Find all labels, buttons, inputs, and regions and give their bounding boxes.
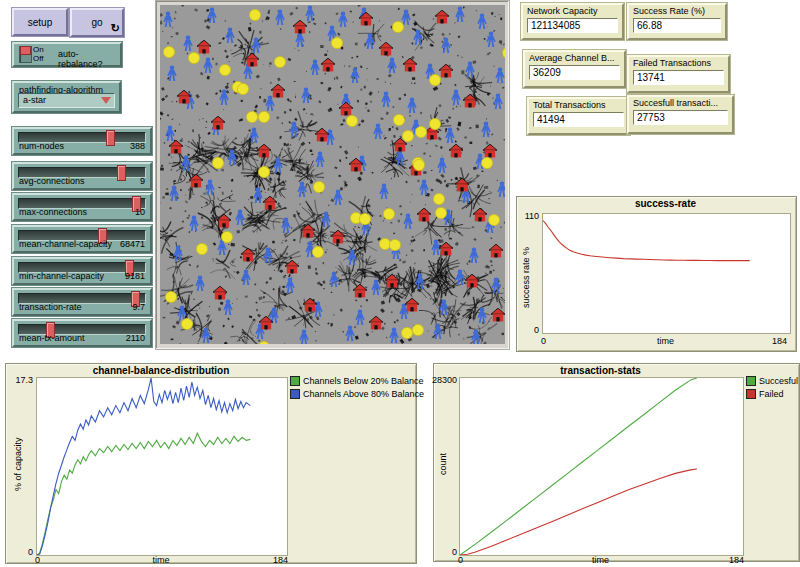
link-speckle — [291, 227, 292, 228]
link-speckle — [306, 161, 307, 162]
y-max-tick: 110 — [517, 211, 539, 221]
legend-label: Channels Above 80% Balance — [303, 389, 424, 399]
num-nodes-slider[interactable]: num-nodes388 — [12, 127, 152, 155]
avg-connections-slider[interactable]: avg-connections9 — [12, 162, 152, 190]
switch-knob[interactable] — [20, 46, 31, 55]
series-line — [460, 469, 697, 555]
transaction-dot — [274, 56, 285, 67]
transaction-dot — [488, 214, 499, 225]
link-speckle — [499, 40, 502, 43]
link-speckle — [251, 202, 253, 204]
link-speckle — [263, 296, 265, 298]
go-button[interactable]: go ↻ — [70, 8, 124, 37]
transaction-dot — [313, 181, 324, 192]
total-transactions-monitor: Total Transactions 41494 — [527, 97, 630, 135]
success-rate-plot: success-rate 110 0 success rate % 0 184 … — [516, 196, 797, 352]
link-speckle — [364, 86, 366, 89]
transaction-dot — [219, 64, 230, 75]
transaction-dot — [383, 208, 394, 219]
switch-on-label: On — [33, 45, 44, 54]
link-speckle — [393, 172, 394, 173]
transaction-stats-canvas — [460, 378, 743, 555]
legend-swatch-blue — [290, 389, 300, 399]
link-speckle — [171, 36, 173, 37]
link-speckle — [294, 81, 296, 82]
legend-item: Channels Above 80% Balance — [290, 387, 424, 400]
transaction-rate-slider[interactable]: transaction-rate9.7 — [12, 288, 152, 316]
series-line — [460, 378, 697, 555]
x-axis-label: time — [459, 555, 742, 565]
chooser-dropdown[interactable]: a-star — [18, 93, 115, 108]
monitor-label: Average Channel B... — [529, 53, 620, 64]
slider-value: 9181 — [125, 271, 145, 281]
slider-value: 68471 — [120, 239, 145, 249]
chevron-down-icon[interactable] — [101, 97, 111, 104]
channel-balance-distribution-plot: channel-balance-distribution 17.3 0 % of… — [5, 363, 417, 564]
link-speckle — [274, 270, 275, 271]
transaction-dot — [196, 243, 207, 254]
link-speckle — [409, 115, 411, 117]
transaction-dot — [246, 111, 257, 122]
mean-channel-capacity-slider[interactable]: mean-channel-capacity68471 — [12, 225, 152, 253]
setup-button[interactable]: setup — [12, 8, 68, 36]
link-speckle — [390, 144, 392, 146]
link-speckle — [399, 98, 401, 100]
world-view[interactable] — [160, 5, 505, 344]
world-view-frame — [155, 0, 510, 350]
min-channel-capacity-slider[interactable]: min-channel-capacity9181 — [12, 257, 152, 285]
failed-transactions-monitor: Failed Transactions 13741 — [627, 55, 730, 93]
link-speckle — [334, 78, 335, 80]
link-speckle — [167, 114, 169, 116]
link-speckle — [203, 193, 206, 195]
auto-rebalance-switch[interactable]: On Off auto-rebalance? — [12, 42, 122, 67]
link-speckle — [269, 62, 272, 64]
switch-toggle[interactable] — [19, 46, 32, 63]
plot-title: success-rate — [542, 198, 789, 209]
link-speckle — [284, 143, 286, 146]
link-speckle — [231, 199, 232, 200]
max-connections-slider[interactable]: max-connections10 — [12, 193, 152, 221]
legend-label: Failed — [759, 389, 784, 399]
series-line — [543, 221, 750, 261]
link-speckle — [412, 77, 415, 80]
link-speckle — [365, 287, 367, 289]
plot-legend: Channels Below 20% Balance Channels Abov… — [290, 374, 424, 400]
legend-item: Succesful — [746, 374, 798, 387]
slider-label: num-nodes — [19, 141, 64, 151]
link-speckle — [486, 55, 487, 56]
transaction-dot — [165, 291, 176, 302]
transaction-dot — [429, 118, 440, 129]
link-speckle — [379, 35, 381, 37]
slider-label: mean-channel-capacity — [19, 239, 112, 249]
legend-item: Failed — [746, 387, 798, 400]
slider-label: max-connections — [19, 207, 87, 217]
transaction-dot — [359, 213, 370, 224]
transaction-dot — [481, 157, 492, 168]
link-speckle — [487, 53, 489, 55]
link-speckle — [431, 189, 434, 192]
link-speckle — [488, 36, 489, 37]
transaction-dot — [435, 207, 446, 218]
network-capacity-monitor: Network Capacity 121134085 — [521, 3, 624, 40]
link-speckle — [281, 290, 284, 293]
transaction-dot — [433, 193, 444, 204]
link-speckle — [499, 14, 500, 15]
link-speckle — [349, 65, 351, 67]
link-speckle — [489, 271, 492, 274]
y-zero-tick: 0 — [6, 547, 33, 557]
link-speckle — [163, 317, 166, 319]
link-speckle — [245, 296, 248, 298]
link-speckle — [449, 238, 452, 240]
transaction-dot — [237, 83, 248, 94]
mean-tx-amount-slider[interactable]: mean-tx-amount2110 — [12, 319, 152, 347]
transaction-dot — [181, 318, 192, 329]
legend-swatch-green — [290, 376, 300, 386]
transaction-dot — [401, 327, 412, 338]
transaction-dot — [415, 126, 426, 137]
transaction-dot — [392, 21, 403, 32]
link-speckle — [445, 128, 447, 130]
legend-label: Succesful — [759, 376, 798, 386]
plot-legend: Succesful Failed — [746, 374, 798, 400]
slider-label: mean-tx-amount — [19, 333, 85, 343]
link-speckle — [323, 288, 324, 289]
